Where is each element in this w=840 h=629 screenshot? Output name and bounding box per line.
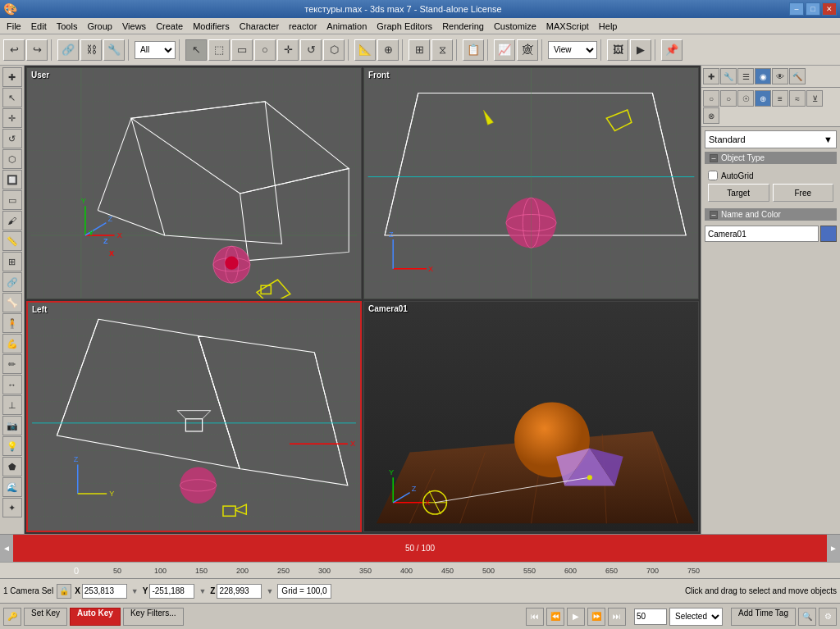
target-button[interactable]: Target [708, 184, 769, 202]
go-end-button[interactable]: ⏭ [608, 608, 626, 626]
scale-button[interactable]: ⬡ [323, 39, 345, 61]
menu-tools[interactable]: Tools [52, 20, 83, 33]
left-tool-align2[interactable]: ⊥ [2, 395, 22, 415]
x-input[interactable] [82, 584, 127, 599]
key-filters-button[interactable]: Key Filters... [123, 608, 184, 626]
menu-character[interactable]: Character [235, 20, 284, 33]
search-button[interactable]: 🔍 [798, 608, 816, 626]
rotate-button[interactable]: ↺ [300, 39, 322, 61]
menu-group[interactable]: Group [82, 20, 117, 33]
curve-editor-button[interactable]: 📈 [494, 39, 515, 61]
minimize-button[interactable]: – [789, 2, 804, 16]
menu-create[interactable]: Create [151, 20, 188, 33]
left-tool-cursor[interactable]: ↖ [2, 88, 22, 107]
left-tool-region[interactable]: ▭ [2, 190, 22, 210]
left-tool-skin[interactable]: 💪 [2, 334, 22, 353]
filter-select[interactable]: All [135, 41, 176, 59]
left-tool-move[interactable]: ✛ [2, 108, 22, 128]
z-input[interactable] [217, 584, 262, 599]
panel-icon-modify[interactable]: 🔧 [720, 68, 737, 84]
menu-graph-editors[interactable]: Graph Editors [372, 20, 437, 33]
ref-coord-button[interactable]: 📐 [354, 39, 376, 61]
prev-frame-button[interactable]: ⏪ [546, 608, 564, 626]
unlink-button[interactable]: ⛓ [80, 39, 102, 61]
mirror-button[interactable]: ⊞ [409, 39, 430, 61]
panel-icon-motion[interactable]: ◉ [755, 68, 771, 84]
timeline-left-arrow[interactable]: ◄ [0, 535, 13, 562]
left-tool-particle[interactable]: ✦ [2, 498, 22, 517]
panel-icon-display[interactable]: 👁 [772, 68, 788, 84]
viewport-user[interactable]: User X Y Z [26, 67, 362, 299]
menu-maxscript[interactable]: MAXScript [541, 20, 594, 33]
panel-icon-7[interactable]: ⊻ [806, 90, 823, 107]
mode-select[interactable]: Selected [669, 608, 723, 626]
left-tool-helper[interactable]: ⬟ [2, 457, 22, 476]
left-tool-grid[interactable]: ⊞ [2, 252, 22, 271]
name-color-minus[interactable]: – [710, 211, 718, 219]
panel-icon-hierarchy[interactable]: ☰ [737, 68, 754, 84]
named-selections-button[interactable]: 📌 [661, 39, 682, 61]
menu-rendering[interactable]: Rendering [437, 20, 489, 33]
autogrid-checkbox[interactable] [708, 171, 718, 180]
left-tool-select-obj[interactable]: 🔲 [2, 170, 22, 189]
schematic-button[interactable]: 🕸 [517, 39, 538, 61]
panel-icon-3[interactable]: ☉ [737, 90, 754, 107]
menu-file[interactable]: File [2, 20, 26, 33]
y-input[interactable] [149, 584, 194, 599]
time-tag-button[interactable]: Add Time Tag [731, 608, 796, 626]
bind-button[interactable]: 🔧 [103, 39, 125, 61]
left-tool-create[interactable]: ✚ [2, 67, 22, 87]
left-tool-snap[interactable]: 🔗 [2, 272, 22, 292]
select-circle-button[interactable]: ○ [254, 39, 276, 61]
menu-edit[interactable]: Edit [26, 20, 52, 33]
maximize-button[interactable]: □ [806, 2, 820, 16]
next-frame-button[interactable]: ⏩ [587, 608, 605, 626]
left-tool-mirror[interactable]: ↔ [2, 375, 22, 394]
panel-icon-utility[interactable]: 🔨 [789, 68, 806, 84]
left-tool-light[interactable]: 💡 [2, 436, 22, 456]
panel-icon-6[interactable]: ≈ [789, 90, 806, 107]
left-tool-bone[interactable]: 🦴 [2, 293, 22, 312]
timeline-right-arrow[interactable]: ► [827, 535, 840, 562]
timeline-inner[interactable]: 50 / 100 [13, 535, 827, 562]
menu-animation[interactable]: Animation [322, 20, 372, 33]
panel-radio-2[interactable]: ○ [720, 90, 737, 107]
play-button[interactable]: ▶ [567, 608, 585, 626]
view-select[interactable]: View [548, 41, 597, 59]
redo-button[interactable]: ↪ [26, 39, 48, 61]
left-tool-rotate[interactable]: ↺ [2, 129, 22, 148]
select-link-button[interactable]: 🔗 [57, 39, 79, 61]
left-tool-biped[interactable]: 🧍 [2, 313, 22, 333]
left-tool-edit[interactable]: ✏ [2, 354, 22, 374]
pivot-button[interactable]: ⊕ [377, 39, 399, 61]
layers-button[interactable]: 📋 [463, 39, 484, 61]
menu-views[interactable]: Views [117, 20, 151, 33]
standard-dropdown[interactable]: Standard ▼ [705, 130, 837, 148]
frame-input[interactable] [634, 608, 667, 625]
auto-key-button[interactable]: Auto Key [70, 608, 121, 626]
menu-reactor[interactable]: reactor [284, 20, 322, 33]
object-type-minus[interactable]: – [710, 154, 718, 162]
panel-icon-4[interactable]: ⊕ [755, 90, 771, 107]
menu-modifiers[interactable]: Modifiers [188, 20, 235, 33]
free-button[interactable]: Free [773, 184, 834, 202]
align-button[interactable]: ⧖ [431, 39, 453, 61]
close-button[interactable]: ✕ [822, 2, 837, 16]
undo-button[interactable]: ↩ [3, 39, 25, 61]
left-tool-measure[interactable]: 📏 [2, 231, 22, 251]
menu-customize[interactable]: Customize [489, 20, 541, 33]
left-tool-space[interactable]: 🌊 [2, 477, 22, 497]
settings-button[interactable]: ⚙ [819, 608, 837, 626]
object-type-header[interactable]: – Object Type [705, 152, 837, 164]
viewport-camera[interactable]: Camera01 [363, 301, 699, 533]
left-tool-paint[interactable]: 🖌 [2, 211, 22, 230]
camera-name-input[interactable] [705, 226, 819, 242]
viewport-left[interactable]: Left X [26, 301, 362, 533]
lock-button[interactable]: 🔒 [57, 584, 71, 599]
select-rect-button[interactable]: ▭ [231, 39, 253, 61]
left-tool-camera[interactable]: 📷 [2, 416, 22, 435]
select-button[interactable]: ↖ [185, 39, 207, 61]
select-region-button[interactable]: ⬚ [208, 39, 230, 61]
go-start-button[interactable]: ⏮ [526, 608, 544, 626]
panel-radio-1[interactable]: ○ [703, 90, 719, 107]
